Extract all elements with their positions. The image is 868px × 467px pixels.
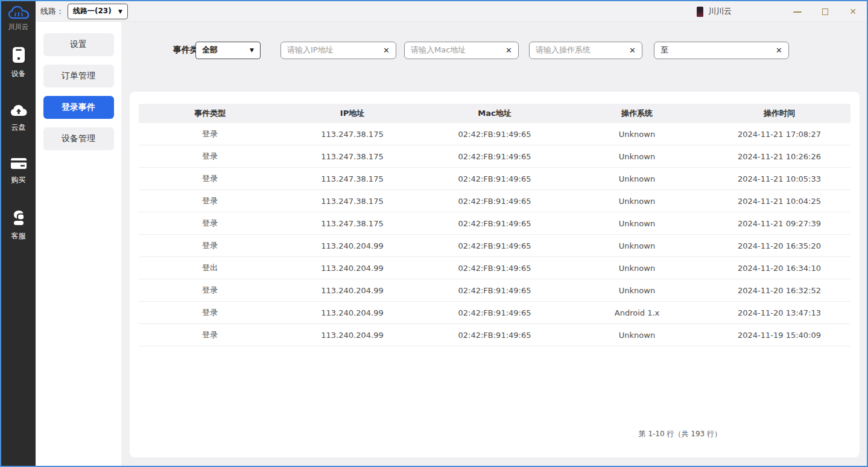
cell-ip: 113.247.38.175 bbox=[281, 174, 423, 183]
line-select[interactable]: 线路一(23) ▼ bbox=[68, 4, 128, 19]
rail-item-label: 购买 bbox=[11, 175, 26, 185]
window-title: 川川云 bbox=[708, 6, 732, 17]
table-row: 登录 113.247.38.175 02:42:FB:91:49:65 Unkn… bbox=[139, 145, 851, 168]
table-header-cell: 操作系统 bbox=[566, 108, 708, 119]
table-row: 登录 113.247.38.175 02:42:FB:91:49:65 Unkn… bbox=[139, 212, 851, 235]
cell-time: 2024-11-20 13:47:13 bbox=[708, 308, 851, 317]
cell-mac: 02:42:FB:91:49:65 bbox=[423, 174, 566, 183]
rail-nav-item-2[interactable]: 购买 bbox=[1, 157, 36, 185]
cell-event-type: 登录 bbox=[139, 240, 281, 251]
cell-ip: 113.240.204.99 bbox=[281, 241, 423, 250]
table-row: 登录 113.240.204.99 02:42:FB:91:49:65 Unkn… bbox=[139, 279, 851, 302]
titlebar-right: 川川云 — ✕ bbox=[697, 1, 867, 22]
cell-mac: 02:42:FB:91:49:65 bbox=[423, 152, 566, 161]
ip-placeholder: 请输入IP地址 bbox=[287, 45, 383, 56]
os-placeholder: 请输入操作系统 bbox=[536, 45, 629, 56]
event-type-value: 全部 bbox=[202, 45, 250, 56]
mac-placeholder: 请输入Mac地址 bbox=[411, 45, 505, 56]
cell-os: Unknown bbox=[566, 152, 708, 161]
date-to-input[interactable]: 至 ✕ bbox=[654, 42, 789, 59]
sidebar-item[interactable]: 登录事件 bbox=[43, 96, 114, 119]
cell-event-type: 登录 bbox=[139, 218, 281, 229]
table-row: 登录 113.240.204.99 02:42:FB:91:49:65 Unkn… bbox=[139, 235, 851, 257]
table-header-cell: IP地址 bbox=[281, 108, 423, 119]
primary-rail: 川川云 设备 云盘 购买 bbox=[1, 1, 36, 466]
app-window: 川川云 设备 云盘 购买 bbox=[0, 0, 868, 467]
table-card: 事件类型 IP地址 Mac地址 操作系统 操作时间 登录 bbox=[130, 92, 860, 457]
sidebar: 设置 订单管理 登录事件 设备管理 bbox=[36, 22, 121, 466]
table-row: 登出 113.240.204.99 02:42:FB:91:49:65 Unkn… bbox=[139, 257, 851, 279]
maximize-button[interactable] bbox=[811, 1, 839, 22]
events-table: 事件类型 IP地址 Mac地址 操作系统 操作时间 登录 bbox=[139, 104, 851, 346]
table-header-row: 事件类型 IP地址 Mac地址 操作系统 操作时间 bbox=[139, 104, 851, 123]
sidebar-item[interactable]: 设备管理 bbox=[43, 127, 114, 150]
cell-mac: 02:42:FB:91:49:65 bbox=[423, 130, 566, 139]
table-header-cell: 事件类型 bbox=[139, 108, 281, 119]
mac-filter-input[interactable]: 请输入Mac地址 ✕ bbox=[404, 42, 519, 59]
rail-item-label: 客服 bbox=[11, 231, 26, 241]
rail-nav-item-3[interactable]: 客服 bbox=[1, 209, 36, 241]
ip-filter-input[interactable]: 请输入IP地址 ✕ bbox=[280, 42, 396, 59]
cell-os: Unknown bbox=[566, 197, 708, 206]
cell-time: 2024-11-21 09:27:39 bbox=[708, 219, 851, 228]
cell-time: 2024-11-21 10:05:33 bbox=[708, 174, 851, 183]
cell-ip: 113.240.204.99 bbox=[281, 286, 423, 295]
cell-time: 2024-11-20 16:34:10 bbox=[708, 264, 851, 273]
maximize-icon bbox=[822, 8, 828, 15]
logo-text: 川川云 bbox=[1, 22, 36, 31]
cell-event-type: 登录 bbox=[139, 129, 281, 139]
rail-nav-item-1[interactable]: 云盘 bbox=[1, 103, 36, 133]
pagination-summary: 第 1-10 行（共 193 行） bbox=[639, 429, 721, 439]
sidebar-item[interactable]: 订单管理 bbox=[43, 65, 114, 87]
cell-ip: 113.240.204.99 bbox=[281, 331, 423, 340]
cell-os: Unknown bbox=[566, 174, 708, 183]
table-header-cell: Mac地址 bbox=[423, 108, 566, 119]
titlebar: 线路： 线路一(23) ▼ 川川云 — ✕ bbox=[36, 1, 867, 22]
cell-time: 2024-11-21 10:04:25 bbox=[708, 197, 851, 206]
line-label: 线路： bbox=[40, 6, 64, 17]
table-header-cell: 操作时间 bbox=[708, 108, 851, 119]
sidebar-item-label: 设备管理 bbox=[62, 133, 95, 144]
cell-ip: 113.247.38.175 bbox=[281, 152, 423, 161]
cell-os: Unknown bbox=[566, 241, 708, 250]
table-row: 登录 113.247.38.175 02:42:FB:91:49:65 Unkn… bbox=[139, 190, 851, 212]
rail-nav-item-0[interactable]: 设备 bbox=[1, 46, 36, 79]
clear-icon[interactable]: ✕ bbox=[629, 46, 636, 54]
cell-mac: 02:42:FB:91:49:65 bbox=[423, 241, 566, 250]
cell-ip: 113.247.38.175 bbox=[281, 197, 423, 206]
event-type-select[interactable]: 全部 ▼ bbox=[195, 42, 261, 59]
sidebar-item-label: 订单管理 bbox=[62, 71, 95, 81]
cell-event-type: 登录 bbox=[139, 285, 281, 296]
rail-item-label: 设备 bbox=[11, 69, 26, 79]
os-filter-input[interactable]: 请输入操作系统 ✕ bbox=[529, 42, 642, 59]
clear-icon[interactable]: ✕ bbox=[505, 46, 512, 54]
cell-os: Unknown bbox=[566, 130, 708, 139]
table-row: 登录 113.247.38.175 02:42:FB:91:49:65 Unkn… bbox=[139, 168, 851, 190]
cell-mac: 02:42:FB:91:49:65 bbox=[423, 264, 566, 273]
main-content: 事件类型 全部 ▼ 请输入IP地址 ✕ 请输入Mac地址 ✕ 请输入操作系统 ✕… bbox=[121, 22, 867, 466]
cell-ip: 113.247.38.175 bbox=[281, 130, 423, 139]
cell-mac: 02:42:FB:91:49:65 bbox=[423, 308, 566, 317]
minimize-button[interactable]: — bbox=[784, 1, 811, 22]
cell-event-type: 登录 bbox=[139, 307, 281, 318]
cell-mac: 02:42:FB:91:49:65 bbox=[423, 331, 566, 340]
cell-ip: 113.240.204.99 bbox=[281, 264, 423, 273]
cell-time: 2024-11-19 15:40:09 bbox=[708, 331, 851, 340]
cell-ip: 113.240.204.99 bbox=[281, 308, 423, 317]
date-to-value: 至 bbox=[661, 45, 776, 56]
sidebar-item[interactable]: 设置 bbox=[43, 33, 114, 56]
cell-event-type: 登录 bbox=[139, 195, 281, 206]
table-row: 登录 113.247.38.175 02:42:FB:91:49:65 Unkn… bbox=[139, 123, 851, 145]
cell-mac: 02:42:FB:91:49:65 bbox=[423, 197, 566, 206]
table-body: 登录 113.247.38.175 02:42:FB:91:49:65 Unkn… bbox=[139, 123, 851, 346]
table-row: 登录 113.240.204.99 02:42:FB:91:49:65 Andr… bbox=[139, 302, 851, 324]
close-button[interactable]: ✕ bbox=[839, 1, 867, 22]
cell-os: Unknown bbox=[566, 286, 708, 295]
table-row: 登录 113.240.204.99 02:42:FB:91:49:65 Unkn… bbox=[139, 324, 851, 346]
sidebar-item-label: 设置 bbox=[70, 39, 87, 50]
cell-event-type: 登录 bbox=[139, 151, 281, 162]
clear-icon[interactable]: ✕ bbox=[383, 46, 390, 54]
clear-icon[interactable]: ✕ bbox=[776, 46, 782, 54]
cell-os: Unknown bbox=[566, 219, 708, 228]
cell-event-type: 登录 bbox=[139, 329, 281, 340]
